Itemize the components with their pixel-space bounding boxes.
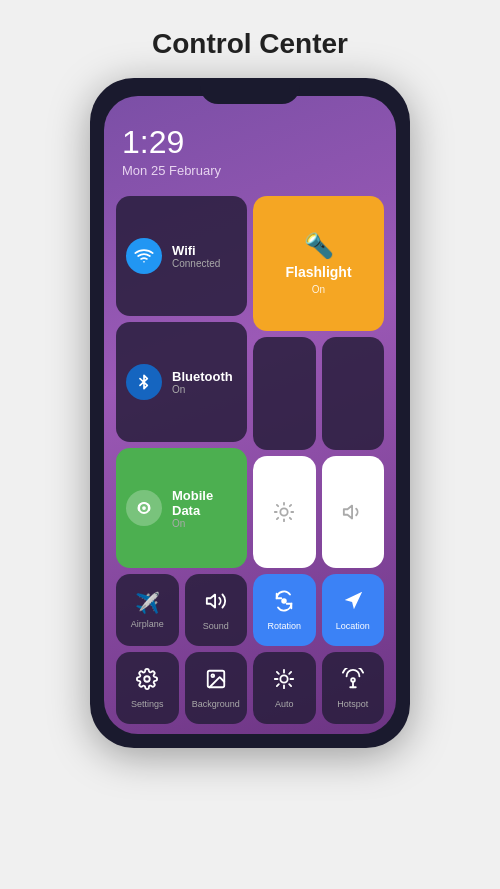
svg-line-22 <box>289 684 291 686</box>
grid-row-2: ✈️ Airplane Sound <box>116 574 384 646</box>
control-grid: Wifi Connected Bluetooth On <box>104 188 396 734</box>
status-area: 1:29 Mon 25 February <box>104 96 396 188</box>
connectivity-column: Wifi Connected Bluetooth On <box>116 196 247 568</box>
dark-tile-1[interactable] <box>253 337 316 450</box>
auto-tile[interactable]: Auto <box>253 652 316 724</box>
phone-screen: 1:29 Mon 25 February Wifi <box>104 96 396 734</box>
volume-tile[interactable] <box>322 456 385 569</box>
sound-label: Sound <box>203 621 229 631</box>
svg-line-25 <box>277 684 279 686</box>
mobile-data-tile[interactable]: Mobile Data On <box>116 448 247 568</box>
svg-point-15 <box>145 676 151 682</box>
svg-line-9 <box>277 518 278 519</box>
mobile-data-text: Mobile Data On <box>172 488 237 529</box>
settings-icon <box>136 668 158 695</box>
svg-line-5 <box>277 505 278 506</box>
phone-frame: 1:29 Mon 25 February Wifi <box>90 78 410 748</box>
bluetooth-tile[interactable]: Bluetooth On <box>116 322 247 442</box>
wifi-sublabel: Connected <box>172 258 220 269</box>
hotspot-tile[interactable]: Hotspot <box>322 652 385 724</box>
auto-icon <box>273 668 295 695</box>
auto-label: Auto <box>275 699 294 709</box>
wifi-text: Wifi Connected <box>172 243 220 269</box>
svg-marker-12 <box>207 594 215 607</box>
rotation-icon <box>273 590 295 617</box>
bluetooth-icon-circle <box>126 364 162 400</box>
settings-label: Settings <box>131 699 164 709</box>
svg-line-10 <box>290 505 291 506</box>
background-tile[interactable]: Background <box>185 652 248 724</box>
rotation-tile[interactable]: Rotation <box>253 574 316 646</box>
page-title: Control Center <box>152 28 348 60</box>
svg-line-26 <box>289 671 291 673</box>
flashlight-tile[interactable]: 🔦 Flashlight On <box>253 196 384 331</box>
background-icon <box>205 668 227 695</box>
svg-point-2 <box>281 508 288 515</box>
flashlight-icon: 🔦 <box>304 232 334 260</box>
clock-date: Mon 25 February <box>122 163 378 178</box>
right-column: 🔦 Flashlight On <box>253 196 384 568</box>
airplane-tile[interactable]: ✈️ Airplane <box>116 574 179 646</box>
location-label: Location <box>336 621 370 631</box>
background-label: Background <box>192 699 240 709</box>
svg-point-17 <box>211 674 214 677</box>
mobile-data-label: Mobile Data <box>172 488 237 518</box>
clock-time: 1:29 <box>122 124 378 161</box>
sound-icon <box>205 590 227 617</box>
bluetooth-sublabel: On <box>172 384 233 395</box>
hotspot-icon <box>342 668 364 695</box>
mobile-data-icon-circle <box>126 490 162 526</box>
svg-marker-11 <box>344 505 352 518</box>
brightness-tile[interactable] <box>253 456 316 569</box>
bluetooth-label: Bluetooth <box>172 369 233 384</box>
brightness-volume-row <box>253 456 384 569</box>
airplane-icon: ✈️ <box>135 591 160 615</box>
hotspot-label: Hotspot <box>337 699 368 709</box>
location-icon <box>342 590 364 617</box>
mobile-data-sublabel: On <box>172 518 237 529</box>
dark-tile-2[interactable] <box>322 337 385 450</box>
bluetooth-text: Bluetooth On <box>172 369 233 395</box>
wifi-label: Wifi <box>172 243 220 258</box>
airplane-label: Airplane <box>131 619 164 629</box>
svg-line-6 <box>290 518 291 519</box>
grid-row-1: Wifi Connected Bluetooth On <box>116 196 384 568</box>
flashlight-label: Flashlight <box>285 264 351 280</box>
svg-line-21 <box>277 671 279 673</box>
svg-point-1 <box>143 507 145 509</box>
phone-notch <box>200 78 300 104</box>
grid-row-3: Settings Background <box>116 652 384 724</box>
flashlight-sublabel: On <box>312 284 325 295</box>
svg-point-13 <box>282 599 286 603</box>
right-top-row <box>253 337 384 450</box>
location-tile[interactable]: Location <box>322 574 385 646</box>
sound-tile[interactable]: Sound <box>185 574 248 646</box>
wifi-tile[interactable]: Wifi Connected <box>116 196 247 316</box>
svg-marker-14 <box>345 591 362 608</box>
svg-point-18 <box>281 675 288 682</box>
settings-tile[interactable]: Settings <box>116 652 179 724</box>
rotation-label: Rotation <box>267 621 301 631</box>
wifi-icon-circle <box>126 238 162 274</box>
